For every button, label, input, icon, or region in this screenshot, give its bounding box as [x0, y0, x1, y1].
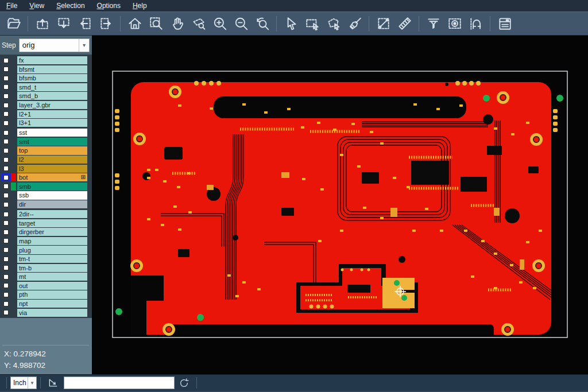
- layer-checkbox-dirgerber[interactable]: [1, 228, 11, 236]
- layer-row-npt: npt: [1, 300, 91, 308]
- filter-button[interactable]: [423, 13, 444, 34]
- layer-checkbox-fx[interactable]: [1, 56, 11, 64]
- layer-checkbox-l3+1[interactable]: [1, 119, 11, 127]
- layer-label-out[interactable]: out: [17, 282, 87, 290]
- home-view-button[interactable]: [124, 13, 145, 34]
- measure-distance-button[interactable]: [373, 13, 394, 34]
- step-select[interactable]: orig ▾: [19, 38, 90, 52]
- layer-label-via[interactable]: via: [17, 309, 87, 317]
- units-select[interactable]: Inch ▾: [10, 377, 37, 389]
- row-edge-strip: [87, 101, 91, 109]
- select-polygon-button[interactable]: [323, 13, 344, 34]
- menu-item-options[interactable]: Options: [95, 1, 122, 11]
- layer-checkbox-bfsmt[interactable]: [1, 65, 11, 73]
- layers-panel-button[interactable]: [494, 13, 515, 34]
- select-pointer-button[interactable]: [280, 13, 301, 34]
- layer-label-layer_3.gbr[interactable]: layer_3.gbr: [17, 101, 87, 109]
- layer-name-text: smt: [19, 138, 29, 145]
- zoom-window-button[interactable]: [145, 13, 167, 34]
- layer-label-plug[interactable]: plug: [17, 246, 87, 254]
- layer-checkbox-via[interactable]: [1, 309, 11, 317]
- layer-label-bot[interactable]: bot⊞: [17, 173, 87, 181]
- layer-checkbox-bfsmb[interactable]: [1, 74, 11, 82]
- layer-checkbox-pth[interactable]: [1, 290, 11, 298]
- open-folder-button[interactable]: [3, 13, 24, 34]
- layer-label-smb[interactable]: smb: [17, 183, 87, 191]
- layer-checkbox-dir[interactable]: [1, 200, 11, 208]
- chevron-down-icon: ▾: [79, 39, 89, 52]
- pan-hand-button[interactable]: [167, 13, 188, 34]
- layer-checkbox-l2+1[interactable]: [1, 110, 11, 118]
- layer-label-map[interactable]: map: [17, 237, 87, 245]
- ruler-button[interactable]: [394, 13, 415, 34]
- pan-up-button[interactable]: [32, 13, 53, 34]
- layer-label-dirgerber[interactable]: dirgerber: [17, 228, 87, 236]
- layer-checkbox-smd_b[interactable]: [1, 92, 11, 100]
- layer-label-pth[interactable]: pth: [17, 290, 87, 298]
- refresh-button[interactable]: [176, 376, 191, 390]
- layer-label-ssb[interactable]: ssb: [17, 191, 87, 199]
- select-rectangle-button[interactable]: [301, 13, 323, 34]
- layer-checkbox-layer_3.gbr[interactable]: [1, 101, 11, 109]
- command-input[interactable]: [64, 377, 175, 389]
- layer-checkbox-l2[interactable]: [1, 156, 11, 164]
- layer-checkbox-map[interactable]: [1, 237, 11, 245]
- layer-checkbox-npt[interactable]: [1, 300, 11, 308]
- layer-checkbox-sst[interactable]: [1, 129, 11, 137]
- zoom-previous-button[interactable]: [252, 13, 273, 34]
- layer-checkbox-mt[interactable]: [1, 273, 11, 281]
- menu-item-selection[interactable]: Selection: [55, 1, 86, 11]
- layer-color-swatch: [11, 191, 16, 199]
- layer-label-tm-b[interactable]: tm-b: [17, 264, 87, 272]
- layer-label-mt[interactable]: mt: [17, 273, 87, 281]
- pan-left-button[interactable]: [74, 13, 95, 34]
- layer-label-sst[interactable]: sst: [17, 129, 87, 137]
- clean-brush-button[interactable]: [344, 13, 365, 34]
- layer-checkbox-tm-b[interactable]: [1, 264, 11, 272]
- layer-label-target[interactable]: target: [17, 219, 87, 227]
- layer-label-2dir--[interactable]: 2dir--: [17, 210, 87, 218]
- layer-checkbox-tm-t[interactable]: [1, 255, 11, 263]
- layer-checkbox-top[interactable]: [1, 146, 11, 154]
- menu-item-view[interactable]: View: [28, 1, 46, 11]
- layer-checkbox-bot[interactable]: [1, 173, 11, 181]
- layer-checkbox-smt[interactable]: [1, 138, 11, 146]
- layer-label-dir[interactable]: dir: [17, 200, 87, 208]
- layer-label-l3+1[interactable]: l3+1: [17, 119, 87, 127]
- layer-label-npt[interactable]: npt: [17, 300, 87, 308]
- checkbox-icon: [3, 283, 9, 288]
- separator: [419, 16, 419, 32]
- layer-checkbox-smb[interactable]: [1, 183, 11, 191]
- pan-down-button[interactable]: [53, 13, 74, 34]
- pcb-canvas[interactable]: [92, 36, 588, 374]
- layer-checkbox-smd_t[interactable]: [1, 83, 11, 91]
- menu-item-help[interactable]: Help: [131, 1, 149, 11]
- layer-label-l2[interactable]: l2: [17, 156, 87, 164]
- layer-checkbox-plug[interactable]: [1, 246, 11, 254]
- layer-checkbox-out[interactable]: [1, 282, 11, 290]
- layer-label-fx[interactable]: fx: [17, 56, 87, 64]
- pan-up-icon: [35, 16, 50, 31]
- view-region-button[interactable]: [444, 13, 465, 34]
- layer-checkbox-ssb[interactable]: [1, 191, 11, 199]
- layer-label-top[interactable]: top: [17, 146, 87, 154]
- layer-checkbox-2dir--[interactable]: [1, 210, 11, 218]
- menu-item-file[interactable]: File: [5, 1, 19, 11]
- snap-magnet-button[interactable]: [465, 13, 486, 34]
- zoom-selection-button[interactable]: [188, 13, 209, 34]
- zoom-out-button[interactable]: [230, 13, 252, 34]
- layer-label-smd_b[interactable]: smd_b: [17, 92, 87, 100]
- angle-tool-button[interactable]: [46, 376, 61, 390]
- layer-label-smd_t[interactable]: smd_t: [17, 83, 87, 91]
- layer-label-bfsmt[interactable]: bfsmt: [17, 65, 87, 73]
- layer-label-smt[interactable]: smt: [17, 138, 87, 146]
- pan-right-button[interactable]: [95, 13, 117, 34]
- layer-checkbox-target[interactable]: [1, 219, 11, 227]
- layer-label-l3[interactable]: l3: [17, 165, 87, 173]
- zoom-in-button[interactable]: [209, 13, 230, 34]
- layer-checkbox-l3[interactable]: [1, 165, 11, 173]
- layer-label-l2+1[interactable]: l2+1: [17, 110, 87, 118]
- layer-label-bfsmb[interactable]: bfsmb: [17, 74, 87, 82]
- layer-name-text: l2+1: [19, 111, 31, 118]
- layer-label-tm-t[interactable]: tm-t: [17, 255, 87, 263]
